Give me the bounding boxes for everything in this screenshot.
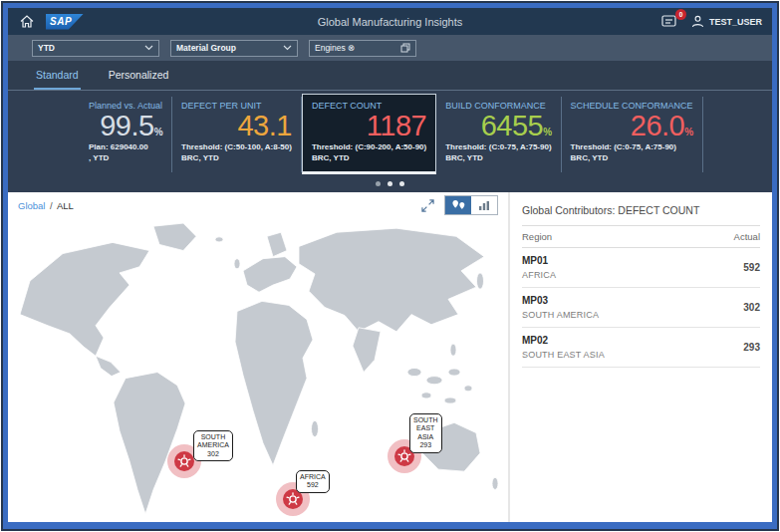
actual-value: 293 xyxy=(743,342,760,353)
kpi-subline-1: Threshold: (C:50-100, A:8-50) xyxy=(181,141,292,152)
period-value: YTD xyxy=(38,43,55,53)
sap-logo: SAP xyxy=(46,14,84,30)
plant-region: SOUTH AMERICA xyxy=(522,310,599,320)
token-remove-icon[interactable]: ⊗ xyxy=(348,43,355,53)
kpi-tile-build-conformance[interactable]: BUILD CONFORMANCE 6455% Threshold: (C:0-… xyxy=(436,97,561,172)
top-right-actions: 0 TEST_USER xyxy=(661,14,762,30)
column-actual: Actual xyxy=(734,231,760,242)
kpi-subline-1: Threshold: (C:0-75, A:75-90) xyxy=(445,141,551,152)
screenshot-stage: SAP Global Manufacturing Insights 0 TEST… xyxy=(0,0,780,532)
alert-marker-icon xyxy=(174,451,194,471)
kpi-tile-defect-per-unit[interactable]: DEFECT PER UNIT 43.1 Threshold: (C:50-10… xyxy=(172,97,302,172)
kpi-subline-1: Threshold: (C:0-75, A:75-90) xyxy=(571,141,693,152)
map-label-south-east-asia[interactable]: SOUTH EAST ASIA 293 xyxy=(409,413,442,453)
token-filter-field[interactable]: Engines ⊗ xyxy=(309,40,416,57)
contributors-title: Global Contributors: DEFECT COUNT xyxy=(522,202,760,225)
filter-token[interactable]: Engines ⊗ xyxy=(315,43,355,53)
bar-chart-icon xyxy=(478,200,490,211)
tile-carousel xyxy=(8,174,772,192)
material-group-value: Material Group xyxy=(176,43,236,53)
map-label-africa[interactable]: AFRICA 592 xyxy=(296,470,330,493)
home-icon xyxy=(20,15,34,28)
breadcrumb-global-link[interactable]: Global xyxy=(18,200,45,211)
kpi-value: 99.5% xyxy=(89,112,162,141)
value-help-icon[interactable] xyxy=(400,43,410,53)
app-title: Global Manufacturing Insights xyxy=(8,16,772,28)
chevron-down-icon xyxy=(144,45,153,51)
fullscreen-button[interactable] xyxy=(419,197,435,213)
main-area: Global / ALL xyxy=(8,192,772,522)
plant-region: SOUTH EAST ASIA xyxy=(522,350,605,360)
kpi-subline-1: Threshold: (C:90-200, A:50-90) xyxy=(312,141,426,152)
map-section: Global / ALL xyxy=(8,192,508,522)
kpi-tile-schedule-conformance[interactable]: SCHEDULE CONFORMANCE 26.0% Threshold: (C… xyxy=(562,97,703,172)
row-left: MP01 AFRICA xyxy=(522,255,556,280)
plant-region: AFRICA xyxy=(522,270,556,280)
material-group-select[interactable]: Material Group xyxy=(170,40,298,57)
top-bar: SAP Global Manufacturing Insights 0 TEST… xyxy=(8,8,772,35)
kpi-band: Planned vs. Actual 99.5% Plan: 629040.00… xyxy=(8,91,772,192)
expand-icon xyxy=(421,199,434,212)
chart-view-button[interactable] xyxy=(471,196,497,214)
map-label-south-america[interactable]: SOUTH AMERICA 302 xyxy=(193,430,233,461)
carousel-dot-1[interactable] xyxy=(376,181,381,186)
kpi-suffix: % xyxy=(154,127,162,137)
kpi-suffix: % xyxy=(543,127,551,137)
kpi-value: 6455% xyxy=(445,112,551,141)
kpi-subline-2: BRC, YTD xyxy=(445,152,551,163)
actual-value: 592 xyxy=(743,262,760,273)
user-menu[interactable]: TEST_USER xyxy=(691,15,762,28)
map-tools xyxy=(419,195,498,215)
contributors-table-header: Region Actual xyxy=(522,225,760,248)
map-pins-icon xyxy=(451,199,466,211)
kpi-value: 1187 xyxy=(312,112,426,141)
row-left: MP03 SOUTH AMERICA xyxy=(522,295,599,320)
carousel-dot-3[interactable] xyxy=(399,181,404,186)
user-icon xyxy=(691,15,704,28)
home-button[interactable] xyxy=(18,13,36,31)
plant-code: MP02 xyxy=(522,335,605,346)
breadcrumb-current: ALL xyxy=(57,200,74,211)
tab-personalized[interactable]: Personalized xyxy=(107,69,171,90)
view-tabs: Standard Personalized xyxy=(8,61,772,91)
notification-badge: 0 xyxy=(675,9,686,20)
kpi-subline-2: BRC, YTD xyxy=(312,152,426,163)
world-map[interactable]: SOUTH AMERICA 302 xyxy=(8,218,508,522)
chevron-down-icon xyxy=(283,45,292,51)
column-region: Region xyxy=(522,231,552,242)
kpi-subline-2: BRC, YTD xyxy=(571,152,693,163)
breadcrumb: Global / ALL xyxy=(18,200,74,211)
breadcrumb-separator: / xyxy=(50,200,53,211)
plant-code: MP01 xyxy=(522,255,556,266)
plant-code: MP03 xyxy=(522,295,599,306)
kpi-value: 43.1 xyxy=(181,112,292,141)
kpi-value: 26.0% xyxy=(571,112,693,141)
map-header: Global / ALL xyxy=(8,192,508,218)
table-row[interactable]: MP02 SOUTH EAST ASIA 293 xyxy=(522,328,760,368)
token-text: Engines xyxy=(315,43,346,53)
kpi-tile-planned-vs-actual[interactable]: Planned vs. Actual 99.5% Plan: 629040.00… xyxy=(80,97,172,172)
user-name: TEST_USER xyxy=(709,17,762,27)
map-view-button[interactable] xyxy=(445,196,471,214)
world-map-svg xyxy=(8,218,508,522)
kpi-subline-1: Plan: 629040.00 xyxy=(89,141,162,152)
kpi-subline-2: BRC, YTD xyxy=(181,152,292,163)
table-row[interactable]: MP03 SOUTH AMERICA 302 xyxy=(522,288,760,328)
tab-standard[interactable]: Standard xyxy=(34,69,81,90)
period-select[interactable]: YTD xyxy=(32,40,159,57)
contributors-panel: Global Contributors: DEFECT COUNT Region… xyxy=(510,192,772,522)
map-chart-toggle xyxy=(444,195,498,215)
app-window: SAP Global Manufacturing Insights 0 TEST… xyxy=(3,3,777,529)
filter-bar: YTD Material Group Engines ⊗ xyxy=(8,35,772,61)
kpi-tiles: Planned vs. Actual 99.5% Plan: 629040.00… xyxy=(8,91,772,174)
kpi-tile-defect-count[interactable]: DEFECT COUNT 1187 Threshold: (C:90-200, … xyxy=(302,94,436,174)
carousel-dot-2[interactable] xyxy=(388,181,392,186)
kpi-subline-2: , YTD xyxy=(89,152,162,163)
notifications-button[interactable]: 0 xyxy=(661,14,679,30)
actual-value: 302 xyxy=(743,302,760,313)
kpi-suffix: % xyxy=(684,127,692,137)
table-row[interactable]: MP01 AFRICA 592 xyxy=(522,248,760,288)
row-left: MP02 SOUTH EAST ASIA xyxy=(522,335,605,360)
